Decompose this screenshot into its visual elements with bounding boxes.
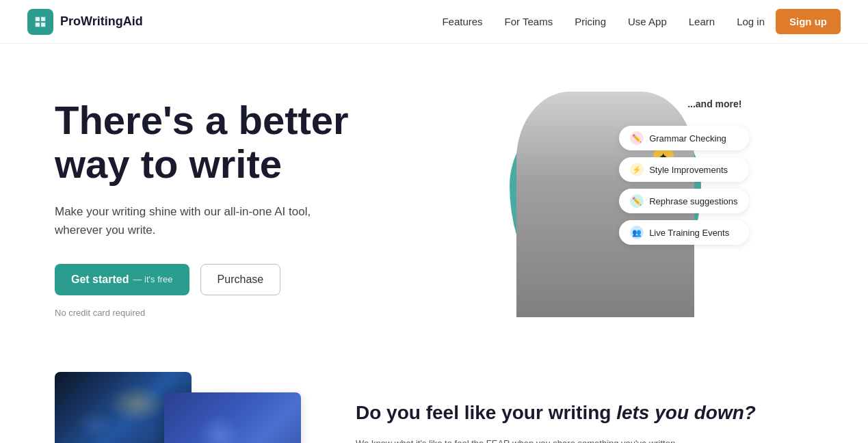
nav-features[interactable]: Features <box>442 16 482 27</box>
navbar: ProWritingAid Features For Teams Pricing… <box>0 0 868 44</box>
pill-training: 👥 Live Training Events <box>619 220 748 245</box>
get-started-button[interactable]: Get started — it's free <box>55 264 189 295</box>
hero-right: ...and more! ✦ ✏️ Grammar Checking ⚡ Sty… <box>424 85 813 331</box>
art-card-blue <box>164 392 301 443</box>
hero-subtitle: Make your writing shine with our all-in-… <box>55 202 315 239</box>
pill-grammar: ✏️ Grammar Checking <box>619 126 748 150</box>
nav-use-app[interactable]: Use App <box>628 16 667 27</box>
hero-illustration: ...and more! ✦ ✏️ Grammar Checking ⚡ Sty… <box>489 85 749 331</box>
pill-rephrase: ✏️ Rephrase suggestions <box>619 189 748 213</box>
nav-actions: Log in Sign up <box>737 9 841 34</box>
and-more-text: ...and more! <box>687 98 741 109</box>
purchase-button[interactable]: Purchase <box>200 264 281 295</box>
signup-button[interactable]: Sign up <box>776 9 841 34</box>
second-section: My idea in my head Do you feel like your… <box>0 358 868 443</box>
pill-grammar-icon: ✏️ <box>630 131 644 145</box>
second-section-body: We know what it's like to feel the FEAR … <box>356 436 684 443</box>
nav-pricing[interactable]: Pricing <box>575 16 606 27</box>
logo-icon <box>27 9 53 35</box>
hero-section: There's a better way to write Make your … <box>0 44 868 358</box>
second-text: Do you feel like your writing lets you d… <box>356 401 813 443</box>
blue-painting-bg <box>164 392 301 443</box>
feature-pills: ✏️ Grammar Checking ⚡ Style Improvements… <box>619 126 748 245</box>
second-section-title: Do you feel like your writing lets you d… <box>356 401 813 425</box>
nav-learn[interactable]: Learn <box>689 16 715 27</box>
hero-left: There's a better way to write Make your … <box>55 85 424 318</box>
pill-style: ⚡ Style Improvements <box>619 157 748 182</box>
hero-title: There's a better way to write <box>55 98 424 186</box>
no-credit-text: No credit card required <box>55 308 424 318</box>
login-button[interactable]: Log in <box>737 16 765 27</box>
nav-links: Features For Teams Pricing Use App Learn <box>442 16 715 27</box>
nav-for-teams[interactable]: For Teams <box>505 16 553 27</box>
pill-rephrase-icon: ✏️ <box>630 194 644 208</box>
logo-text: ProWritingAid <box>60 14 143 29</box>
art-images: My idea in my head <box>55 372 301 443</box>
pill-training-icon: 👥 <box>630 226 644 239</box>
pill-style-icon: ⚡ <box>630 163 644 176</box>
logo[interactable]: ProWritingAid <box>27 9 143 35</box>
hero-buttons: Get started — it's free Purchase <box>55 264 424 295</box>
blue-swirls <box>164 392 301 443</box>
